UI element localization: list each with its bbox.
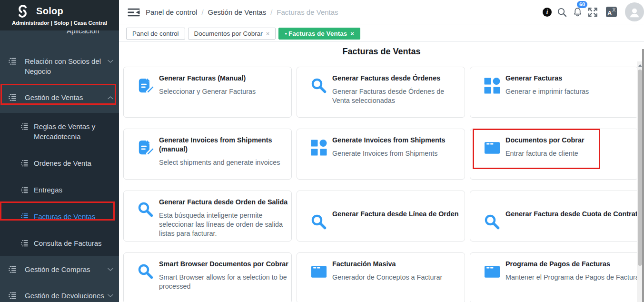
search-icon[interactable] xyxy=(557,7,567,17)
document-edit-icon xyxy=(138,78,154,94)
chevron-down-icon xyxy=(108,60,113,63)
sidebar-item-gestion-de-devoluciones[interactable]: Gestión de Devoluciones xyxy=(0,282,119,302)
nav-list-icon xyxy=(21,160,28,167)
document-edit-icon xyxy=(138,140,154,156)
nav-list-icon xyxy=(21,240,28,247)
sidebar-item-entregas[interactable]: Entregas xyxy=(0,176,119,203)
card-smart-browser-documentos-por-cobrar[interactable]: Smart Browser Documentos por Cobrar Smar… xyxy=(123,252,292,302)
card-generate-invoices-from-shipments-manual[interactable]: Generate Invoices from Shipments (manual… xyxy=(123,129,292,180)
nav-list-icon xyxy=(9,94,16,101)
sidebar-item-ordenes-de-venta[interactable]: Ordenes de Venta xyxy=(0,150,119,176)
card-row: Generar Factura desde Orden de Salida Es… xyxy=(123,191,644,242)
sidebar-item-consulta-de-facturas[interactable]: Consulta de Facturas xyxy=(0,230,119,256)
solop-logo-icon xyxy=(15,4,30,19)
sidebar-header: Solop Administrador | Solop | Casa Centr… xyxy=(0,0,119,30)
card-row: Generate Invoices from Shipments (manual… xyxy=(123,129,644,180)
folder-icon xyxy=(311,263,327,280)
breadcrumb-separator: / xyxy=(270,8,272,16)
page-title: Facturas de Ventas xyxy=(119,47,644,57)
sidebar-item-facturas-de-ventas[interactable]: Facturas de Ventas xyxy=(0,203,119,230)
sidebar-menu: Aplicación Relación con Socios del Negoc… xyxy=(0,30,119,302)
tab-panel-de-control[interactable]: Panel de control xyxy=(126,28,185,40)
grid-icon xyxy=(484,78,500,94)
card-generate-invoices-from-shipments[interactable]: Generate Invoices from Shipments Generat… xyxy=(297,129,465,180)
sidebar: Solop Administrador | Solop | Casa Centr… xyxy=(0,0,119,302)
card-generar-factura-desde-orden-de-salida[interactable]: Generar Factura desde Orden de Salida Es… xyxy=(123,191,292,242)
sidebar-submenu-gestion-de-ventas: Reglas de Ventas y Mercadotecnia Ordenes… xyxy=(0,113,119,256)
card-programa-de-pagos-de-facturas[interactable]: Programa de Pagos de Facturas Mantener e… xyxy=(470,252,644,302)
grid-icon xyxy=(311,140,327,156)
active-tab-dot: ● xyxy=(285,31,287,36)
breadcrumb-separator: / xyxy=(201,8,203,16)
card-row: Smart Browser Documentos por Cobrar Smar… xyxy=(123,252,644,302)
person-icon xyxy=(628,5,641,20)
close-icon[interactable]: × xyxy=(350,30,354,37)
search-icon xyxy=(311,214,327,230)
chevron-up-icon xyxy=(108,96,113,100)
breadcrumb: Panel de control / Gestión de Ventas / F… xyxy=(146,0,338,24)
search-icon xyxy=(138,263,154,280)
sidebar-item-reglas-de-ventas[interactable]: Reglas de Ventas y Mercadotecnia xyxy=(0,113,119,150)
header-actions: i 60 A 文 xyxy=(543,0,644,24)
card-generar-facturas[interactable]: Generar Facturas Generar e imprimir fact… xyxy=(470,67,638,118)
avatar[interactable] xyxy=(625,2,644,21)
sidebar-item-gestion-de-compras[interactable]: Gestión de Compras xyxy=(0,256,119,282)
card-generar-facturas-desde-ordenes[interactable]: Generar Facturas desde Órdenes Generar F… xyxy=(297,67,465,118)
breadcrumb-gestion-de-ventas[interactable]: Gestión de Ventas xyxy=(208,8,267,16)
bell-icon xyxy=(573,7,583,17)
tab-bar: Panel de control Documentos por Cobrar ×… xyxy=(119,25,644,42)
sidebar-item-aplicacion[interactable]: Aplicación xyxy=(0,30,119,36)
search-icon xyxy=(311,78,327,94)
notifications-bell[interactable]: 60 xyxy=(573,7,583,17)
sidebar-toggle-icon[interactable] xyxy=(128,8,140,17)
card-row: Generar Facturas (Manual) Seleccionar y … xyxy=(123,67,644,118)
translate-icon[interactable]: A 文 xyxy=(606,7,617,17)
nav-list-icon xyxy=(21,186,28,193)
tab-facturas-de-ventas[interactable]: ● Facturas de Ventas × xyxy=(278,28,360,40)
window-scrollbar-thumb[interactable] xyxy=(642,49,644,302)
card-generar-factura-desde-linea-de-orden[interactable]: Generar Factura desde Línea de Orden xyxy=(297,191,465,242)
sidebar-item-relacion-con-socios[interactable]: Relación con Socios del Negocio xyxy=(0,48,119,84)
sidebar-item-gestion-de-ventas[interactable]: Gestión de Ventas xyxy=(0,84,119,111)
main-content: Facturas de Ventas Generar Facturas (Man… xyxy=(119,42,644,302)
nav-list-icon xyxy=(9,58,16,65)
nav-list-icon xyxy=(9,292,16,299)
folder-icon xyxy=(484,140,500,156)
card-facturacion-masiva[interactable]: Facturación Masiva Generador de Concepto… xyxy=(297,252,465,302)
search-icon xyxy=(138,201,154,218)
sidebar-subtitle: Administrador | Solop | Casa Central xyxy=(0,20,119,26)
folder-icon xyxy=(484,263,500,280)
breadcrumb-current: Facturas de Ventas xyxy=(277,8,338,16)
scrollbar-up-arrow-icon[interactable] xyxy=(638,64,642,67)
fullscreen-icon[interactable] xyxy=(588,7,598,17)
content-scrollbar-thumb[interactable] xyxy=(638,70,642,266)
chevron-down-icon xyxy=(108,268,113,272)
nav-list-icon xyxy=(21,123,28,130)
nav-list-icon xyxy=(21,213,28,220)
logo-text: Solop xyxy=(36,6,63,17)
notification-badge: 60 xyxy=(577,1,587,8)
nav-list-icon xyxy=(9,266,16,273)
card-generar-factura-desde-cuota-de-contrato[interactable]: Generar Factura desde Cuota de Contrato xyxy=(470,191,644,242)
top-header: Panel de control / Gestión de Ventas / F… xyxy=(119,0,644,24)
info-icon[interactable]: i xyxy=(543,8,552,17)
card-generar-facturas-manual[interactable]: Generar Facturas (Manual) Seleccionar y … xyxy=(123,67,292,118)
menu-cards-grid: Generar Facturas (Manual) Seleccionar y … xyxy=(119,57,644,302)
tab-documentos-por-cobrar[interactable]: Documentos por Cobrar × xyxy=(188,28,276,40)
search-icon xyxy=(484,214,500,230)
breadcrumb-panel-de-control[interactable]: Panel de control xyxy=(146,8,197,16)
card-documentos-por-cobrar[interactable]: Documentos por Cobrar Entrar factura de … xyxy=(470,129,638,180)
brand-logo[interactable]: Solop xyxy=(0,0,119,19)
close-icon[interactable]: × xyxy=(266,30,270,37)
chevron-down-icon xyxy=(108,294,113,298)
